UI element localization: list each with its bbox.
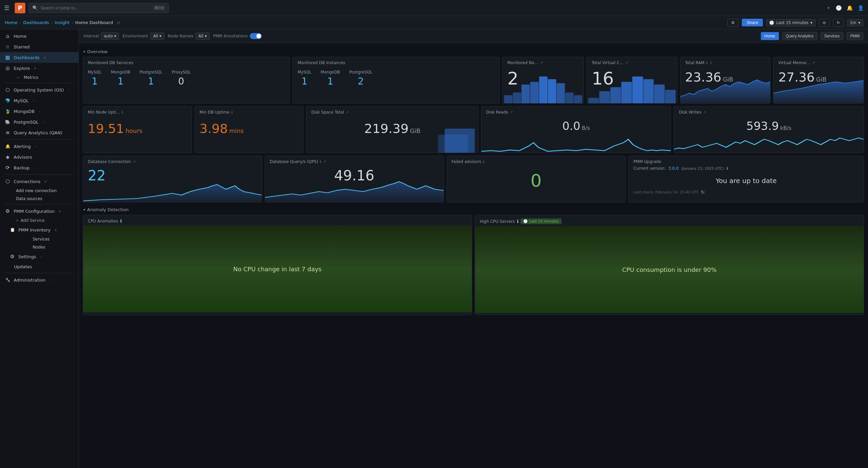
- nav-services-button[interactable]: Services: [820, 32, 843, 40]
- clock-badge-icon: 🕐: [523, 219, 528, 224]
- panel-cpu-anomalies: CPU Anomalies ℹ No CPU change in last 7 …: [83, 215, 472, 315]
- db-services-list: MySQL 1 MongoDB 1 PostgreSQL 1 ProxySQ: [88, 70, 285, 87]
- bell-icon[interactable]: 🔔: [847, 5, 853, 11]
- db-qps-ext-icon[interactable]: ↗: [323, 160, 326, 164]
- user-icon[interactable]: 👤: [858, 5, 864, 11]
- pmm-upgrade-status: You are up to date: [633, 177, 859, 185]
- breadcrumb-insight[interactable]: Insight: [55, 20, 69, 25]
- advisors-icon: [5, 154, 11, 160]
- sidebar-item-nodes[interactable]: Nodes: [13, 243, 79, 251]
- min-node-uptime-info-icon[interactable]: ℹ: [122, 110, 123, 115]
- breadcrumb-home[interactable]: Home: [5, 20, 18, 25]
- sidebar-item-backup[interactable]: Backup ›: [0, 162, 79, 173]
- sidebar-item-administration[interactable]: Administration ›: [0, 274, 79, 285]
- star-button[interactable]: ☆: [116, 20, 121, 25]
- search-input[interactable]: [40, 5, 150, 10]
- interval-select[interactable]: auto ▾: [101, 32, 119, 40]
- db-service-mongodb: MongoDB 1: [111, 70, 130, 87]
- total-ram-ext-icon[interactable]: ↗: [709, 61, 712, 65]
- nodes-chart: [503, 77, 584, 103]
- sidebar-item-explore[interactable]: Explore ▾: [0, 63, 79, 74]
- environment-select[interactable]: All ▾: [150, 32, 164, 40]
- home-icon: [5, 33, 11, 39]
- db-instance-mongodb: MongoDB 1: [321, 70, 340, 87]
- sidebar-item-starred[interactable]: Starred: [0, 41, 79, 52]
- sidebar-item-data-sources[interactable]: Data sources: [13, 195, 79, 203]
- clock-icon[interactable]: 🕐: [836, 5, 842, 11]
- overview-section-header: ▾ Overview: [83, 47, 864, 57]
- total-ram-info-icon[interactable]: ℹ: [706, 61, 707, 65]
- monitored-nodes-ext-icon[interactable]: ↗: [539, 61, 542, 65]
- nav-pmm-button[interactable]: PMM: [847, 32, 863, 40]
- sidebar-item-os[interactable]: Operating System (OS) ›: [0, 85, 79, 95]
- total-virtual-cpu-title: Total Virtual C...: [592, 60, 623, 65]
- refresh-button[interactable]: ↻: [833, 19, 844, 27]
- node-names-select[interactable]: All ▾: [195, 32, 210, 40]
- db-instances-list: MySQL 1 MongoDB 1 PostgreSQL 2: [298, 70, 494, 87]
- menu-icon[interactable]: ☰: [4, 4, 9, 11]
- pmm-annotations-toggle[interactable]: [250, 33, 262, 39]
- time-range-picker[interactable]: 🕐 Last 15 minutes ▾: [766, 19, 815, 26]
- sidebar-item-connections[interactable]: Connections ▾: [0, 176, 79, 187]
- overview-row-2: Min Node Upti... ℹ 19.51 hours Min DB Up…: [83, 106, 864, 153]
- sidebar-item-metrics[interactable]: → Metrics: [13, 74, 79, 82]
- node-names-label: Node Names: [168, 34, 194, 38]
- pmm-upgrade-refresh-icon[interactable]: ↻: [701, 189, 705, 195]
- min-db-uptime-info-icon[interactable]: ℹ: [231, 110, 233, 115]
- disk-space-value: 219.39: [364, 121, 409, 136]
- pmm-upgrade-version-row: Current version: 3.0.0 (January 23, 2025…: [633, 166, 859, 171]
- sidebar-item-add-connection[interactable]: Add new connection: [13, 187, 79, 195]
- dashboard-icon: [5, 54, 11, 60]
- disk-reads-ext-icon[interactable]: ↗: [510, 110, 513, 115]
- sidebar-item-home[interactable]: Home: [0, 31, 79, 41]
- sidebar-label-backup: Backup: [14, 165, 30, 170]
- sidebar-item-mongodb[interactable]: MongoDB ›: [0, 106, 79, 117]
- connections-icon: [5, 178, 11, 184]
- sidebar-item-settings[interactable]: Settings ›: [0, 251, 79, 262]
- cpu-anomalies-info-icon[interactable]: ℹ: [120, 218, 122, 224]
- sidebar-item-qan[interactable]: Query Analytics (QAN): [0, 127, 79, 138]
- sidebar-label-qan: Query Analytics (QAN): [14, 130, 62, 135]
- nav-home-button[interactable]: Home: [761, 32, 779, 40]
- breadcrumb-dashboards[interactable]: Dashboards: [23, 20, 49, 25]
- plus-icon[interactable]: ＋: [826, 5, 831, 11]
- sidebar-item-dashboards[interactable]: Dashboards ▾: [0, 52, 79, 63]
- sidebar-label-starred: Starred: [14, 45, 30, 50]
- panel-disk-space-total: Disk Space Total ↗ 219.39 GiB: [306, 106, 478, 153]
- share-button[interactable]: Share: [742, 19, 763, 26]
- total-vcpu-ext-icon[interactable]: ↗: [625, 61, 628, 65]
- sidebar-item-alerting[interactable]: Alerting ›: [0, 141, 79, 152]
- overview-chevron[interactable]: ▾: [84, 50, 85, 54]
- anomaly-section-header: ▾ Anomaly Detection: [83, 205, 864, 215]
- virtual-memory-ext-icon[interactable]: ↗: [812, 61, 815, 65]
- sidebar-divider-4: [5, 204, 74, 204]
- sidebar-item-mysql[interactable]: MySQL ›: [0, 95, 79, 106]
- anomaly-chevron[interactable]: ▾: [84, 208, 85, 211]
- monitored-db-services-title: Monitored DB Services: [88, 60, 133, 65]
- refresh-interval[interactable]: 1m ▾: [847, 19, 863, 26]
- high-cpu-badge[interactable]: 🕐 Last 15 minutes: [521, 218, 561, 224]
- settings-button[interactable]: ⚙: [727, 19, 739, 27]
- zoom-out-button[interactable]: ⊖: [819, 19, 830, 27]
- sidebar-item-pmm-inventory[interactable]: PMM Inventory ▾: [0, 225, 79, 235]
- sidebar-item-add-service[interactable]: + Add Service: [0, 216, 79, 225]
- sidebar-item-updates[interactable]: Updates: [0, 262, 79, 271]
- sidebar-item-postgresql[interactable]: PostgreSQL ›: [0, 117, 79, 127]
- high-cpu-servers-info-icon[interactable]: ℹ: [517, 219, 519, 224]
- db-connection-chart: [83, 179, 262, 202]
- pmm-version-info-icon[interactable]: ℹ: [726, 166, 728, 171]
- sidebar-label-pmm-config: PMM Configuration: [14, 209, 55, 214]
- sidebar-item-services[interactable]: Services: [13, 235, 79, 243]
- disk-writes-ext-icon[interactable]: ↗: [703, 110, 706, 115]
- db-connection-ext-icon[interactable]: ↗: [132, 160, 135, 164]
- nav-query-analytics-button[interactable]: Query Analytics: [782, 32, 817, 40]
- sidebar-item-pmm-config[interactable]: PMM Configuration ▾: [0, 206, 79, 216]
- disk-space-ext-icon[interactable]: ↗: [345, 110, 348, 115]
- failed-advisors-info-icon[interactable]: ℹ: [483, 160, 484, 164]
- sidebar-item-advisors[interactable]: Advisors: [0, 152, 79, 162]
- db-qps-info-icon[interactable]: ℹ: [320, 160, 321, 164]
- search-bar[interactable]: 🔍 ⌘+k: [29, 3, 169, 13]
- pmm-upgrade-lastcheck: Last check: February 14, 15:40 UTC ↻: [633, 189, 859, 195]
- explore-icon: [5, 65, 11, 71]
- main-content: Interval auto ▾ Environment All ▾ Node N…: [79, 29, 868, 468]
